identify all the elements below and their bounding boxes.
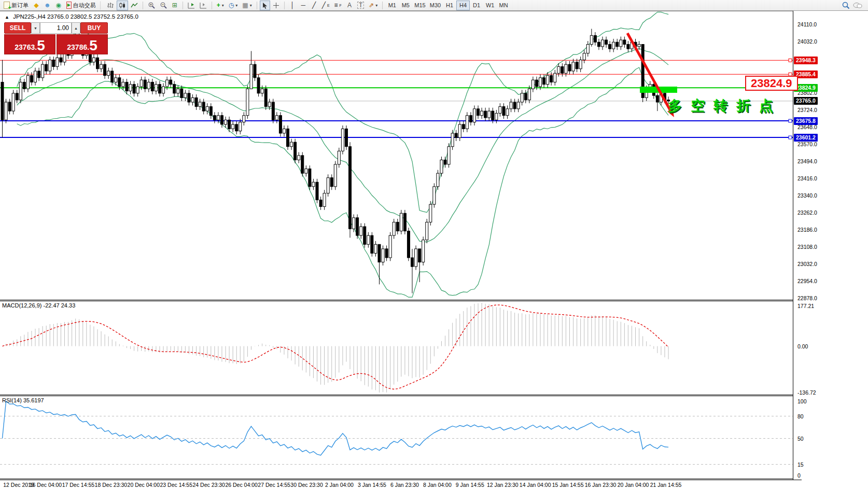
candle-body bbox=[294, 142, 297, 160]
auto-scroll-button[interactable] bbox=[186, 1, 197, 10]
candle-body bbox=[492, 111, 494, 120]
chart-symbol: JPN225-,H4 bbox=[13, 13, 46, 20]
timeframe-h4-button[interactable]: H4 bbox=[456, 1, 470, 10]
candle-body bbox=[5, 102, 7, 120]
bar-chart-icon bbox=[107, 2, 114, 9]
price-axis[interactable]: 24110.024032.023802.023724.023648.023570… bbox=[793, 11, 868, 480]
new-order-button[interactable]: + 新订单 bbox=[2, 1, 31, 10]
bar-chart-button[interactable] bbox=[105, 1, 116, 10]
candle-body bbox=[100, 64, 103, 69]
one-click-trading-panel: SELL ▼ ▲ BUY 23763.5 23786.5 bbox=[4, 22, 108, 54]
candle-body bbox=[568, 64, 571, 71]
time-axis-label: 8 Jan 04:00 bbox=[423, 482, 452, 488]
auto-trading-button[interactable]: ▶ 自动交易 bbox=[64, 1, 98, 10]
level-anchor[interactable] bbox=[789, 59, 792, 62]
timeframe-h1-button[interactable]: H1 bbox=[443, 1, 456, 10]
volume-increase-button[interactable]: ▲ bbox=[72, 22, 80, 34]
signals-button[interactable]: ◉ bbox=[53, 1, 64, 10]
buy-price-display[interactable]: 23786.5 bbox=[57, 34, 108, 54]
candle-body bbox=[133, 85, 135, 93]
zoom-in-button[interactable] bbox=[146, 1, 157, 10]
candle-body bbox=[8, 102, 11, 111]
candle-chart-button[interactable] bbox=[117, 1, 128, 10]
candle-body bbox=[528, 89, 530, 100]
arrows-button[interactable]: ⇗ ▾ bbox=[367, 1, 380, 10]
horizontal-line-button[interactable]: ─ bbox=[298, 1, 309, 10]
tile-windows-button[interactable]: ⊞ bbox=[170, 1, 180, 10]
candle-body bbox=[170, 80, 172, 85]
text-button[interactable]: A bbox=[344, 1, 355, 10]
sell-price-small: 23763. bbox=[15, 42, 37, 52]
candle-body bbox=[1, 82, 4, 120]
timeframe-m1-button[interactable]: M1 bbox=[385, 1, 399, 10]
trendline-button[interactable]: ╱ bbox=[309, 1, 319, 10]
crosshair-button[interactable] bbox=[271, 1, 282, 10]
channel-button[interactable]: ╱E bbox=[320, 1, 332, 10]
candle-body bbox=[477, 109, 480, 116]
periods-button[interactable]: ◷ ▾ bbox=[227, 1, 240, 10]
candle-body bbox=[319, 200, 322, 207]
candle-body bbox=[382, 249, 384, 262]
annotation-note-text[interactable]: 多空转折点 bbox=[668, 96, 782, 115]
price-callout-box[interactable]: 23824.9 bbox=[745, 76, 798, 91]
sell-button[interactable]: SELL bbox=[4, 22, 31, 34]
timeframe-d1-button[interactable]: D1 bbox=[470, 1, 483, 10]
volume-input[interactable] bbox=[40, 22, 72, 34]
price-axis-tick: 23340.0 bbox=[797, 192, 817, 199]
candle-body bbox=[338, 151, 340, 164]
chart-shift-button[interactable] bbox=[198, 1, 209, 10]
level-anchor[interactable] bbox=[789, 119, 792, 122]
indicators-button[interactable]: + ▾ bbox=[215, 1, 226, 10]
level-anchor[interactable] bbox=[789, 136, 792, 139]
rsi-scale-label: 0 bbox=[797, 472, 801, 479]
candle-body bbox=[415, 249, 417, 267]
time-axis-label: 15 Jan 14:55 bbox=[552, 482, 584, 488]
price-chart-canvas[interactable] bbox=[0, 0, 868, 490]
candle-body bbox=[213, 116, 216, 120]
candle-body bbox=[360, 227, 362, 235]
timeframe-group: M1M5M15M30H1H4D1W1MN bbox=[385, 0, 510, 10]
vertical-line-button[interactable]: │ bbox=[287, 1, 298, 10]
zoom-out-button[interactable] bbox=[158, 1, 169, 10]
line-chart-button[interactable] bbox=[129, 1, 140, 10]
time-axis-label: 27 Dec 14:55 bbox=[258, 482, 290, 488]
oct-collapse-arrow[interactable]: ▲ bbox=[5, 15, 9, 20]
candle-body bbox=[609, 45, 611, 49]
price-badge-23675.8: 23675.8 bbox=[794, 117, 818, 125]
timeframe-m15-button[interactable]: M15 bbox=[412, 1, 427, 10]
chat-icon[interactable] bbox=[853, 2, 862, 9]
volume-decrease-button[interactable]: ▼ bbox=[31, 22, 40, 34]
candle-body bbox=[371, 235, 373, 253]
timeframe-m5-button[interactable]: M5 bbox=[399, 1, 412, 10]
templates-button[interactable]: ▦ ▾ bbox=[240, 1, 254, 10]
candle-body bbox=[400, 213, 402, 231]
community-button[interactable]: ☻ bbox=[42, 1, 53, 10]
timeframe-m30-button[interactable]: M30 bbox=[428, 1, 443, 10]
symbols-button[interactable]: ◆ bbox=[31, 1, 41, 10]
candle-body bbox=[367, 235, 370, 244]
candle-body bbox=[243, 116, 245, 122]
candle-body bbox=[411, 258, 413, 267]
time-axis[interactable]: 12 Dec 201916 Dec 04:0017 Dec 14:5518 De… bbox=[0, 480, 868, 490]
timeframe-w1-button[interactable]: W1 bbox=[483, 1, 497, 10]
candle-body bbox=[499, 107, 501, 114]
trend-arrow[interactable] bbox=[627, 33, 671, 113]
toolbar: + 新订单 ◆ ☻ ◉ ▶ 自动交易 bbox=[0, 0, 868, 11]
chart-shift-icon bbox=[200, 2, 207, 9]
candle-body bbox=[597, 42, 600, 47]
macd-scale-label: 177.21 bbox=[797, 303, 814, 309]
text-label-button[interactable]: T bbox=[355, 1, 366, 10]
candle-body bbox=[92, 58, 95, 62]
search-icon[interactable] bbox=[842, 2, 850, 9]
candle-body bbox=[195, 97, 198, 106]
candle-body bbox=[129, 85, 132, 91]
timeframe-mn-button[interactable]: MN bbox=[497, 1, 510, 10]
candle-body bbox=[510, 102, 512, 109]
new-order-label: 新订单 bbox=[11, 2, 29, 9]
fibonacci-button[interactable]: ≡F bbox=[332, 1, 344, 10]
time-axis-label: 23 Dec 14:55 bbox=[160, 482, 192, 488]
cursor-button[interactable] bbox=[260, 1, 270, 10]
arrows-icon: ⇗ bbox=[369, 2, 374, 8]
buy-button[interactable]: BUY bbox=[80, 22, 108, 34]
sell-price-display[interactable]: 23763.5 bbox=[4, 34, 55, 54]
